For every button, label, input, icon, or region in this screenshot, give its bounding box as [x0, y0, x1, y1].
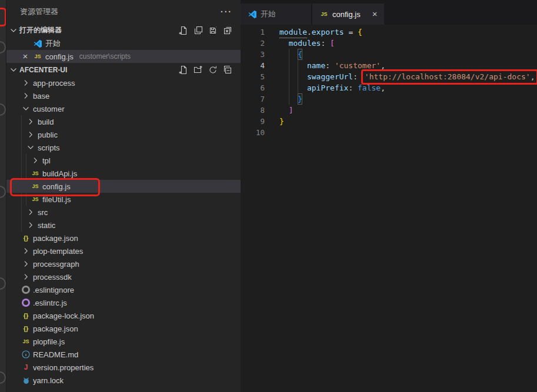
tree-file-fileUtil.js[interactable]: JSfileUtil.js — [6, 193, 241, 206]
tree-folder-processsdk[interactable]: processsdk — [6, 270, 241, 283]
chevron-right-icon[interactable] — [21, 91, 31, 100]
tree-file-yarn.lock[interactable]: yarn.lock — [6, 374, 241, 387]
tree-file-package.json[interactable]: {}package.json — [6, 232, 241, 244]
js-icon: JS — [21, 337, 31, 346]
chevron-right-icon[interactable] — [31, 156, 40, 165]
code-line-9: 9} — [241, 116, 537, 127]
tree-item-slot — [21, 78, 31, 88]
activity-icon-fragment — [0, 371, 6, 384]
open-editors-header[interactable]: 打开的编辑器 — [6, 24, 241, 37]
more-actions-icon[interactable]: ··· — [221, 7, 232, 16]
token: { — [358, 26, 362, 38]
split-editor-icon[interactable] — [194, 26, 203, 35]
tree-file-.eslintrc.js[interactable]: .eslintrc.js — [6, 296, 241, 309]
token: } — [279, 116, 284, 127]
tree-item-label: build — [36, 118, 54, 126]
code-line-content: } — [279, 116, 284, 127]
annotation-fragment — [0, 8, 6, 26]
chevron-right-icon[interactable] — [21, 78, 31, 88]
tree-item-slot — [21, 272, 31, 282]
tree-folder-public[interactable]: public — [6, 128, 241, 141]
close-tab-icon[interactable]: × — [372, 9, 378, 19]
tree-folder-scripts[interactable]: scripts — [6, 141, 241, 154]
vscode-logo-icon — [33, 39, 42, 48]
collapse-all-icon[interactable] — [223, 65, 232, 75]
tree-item-slot — [21, 91, 31, 100]
workspace-actions — [179, 65, 241, 75]
open-editors-list: 开始×JSconfig.jscustomer\scripts — [6, 37, 241, 63]
token: { — [298, 49, 302, 60]
chevron-down-icon[interactable] — [21, 104, 31, 113]
refresh-icon[interactable] — [208, 65, 218, 75]
activity-bar[interactable] — [0, 0, 6, 392]
new-folder-icon[interactable] — [194, 65, 203, 75]
close-all-icon[interactable] — [223, 26, 232, 35]
tab-config.js[interactable]: JSconfig.js× — [312, 4, 384, 25]
tree-file-package.json[interactable]: {}package.json — [6, 322, 241, 335]
code-line-5: 5swaggerUrl: 'http://localhost:28084/v2/… — [241, 71, 537, 82]
chevron-down-icon[interactable] — [26, 143, 35, 152]
tree-file-config.js[interactable]: JSconfig.js — [6, 180, 241, 193]
code-line-content: module.exports = { — [279, 26, 362, 38]
chevron-right-icon[interactable] — [26, 207, 35, 217]
open-editors-label: 打开的编辑器 — [19, 25, 62, 35]
save-all-icon[interactable] — [208, 26, 218, 35]
new-file-icon[interactable] — [179, 65, 188, 75]
tree-item-label: processgraph — [32, 260, 79, 269]
open-editor-item-config.js[interactable]: ×JSconfig.jscustomer\scripts — [6, 50, 241, 63]
code-editor[interactable]: 1module.exports = {2modules: [3{4name: '… — [241, 25, 537, 392]
tree-file-plopfile.js[interactable]: JSplopfile.js — [6, 335, 241, 348]
token: [ — [330, 38, 335, 49]
token: 'http://localhost:28084/v2/api-docs' — [365, 71, 531, 82]
chevron-right-icon[interactable] — [21, 272, 31, 282]
tree-item-slot — [21, 104, 31, 113]
editor-tab-bar: 开始JSconfig.js× — [241, 0, 537, 25]
tree-item-label: package.json — [32, 324, 78, 333]
indent-guide — [298, 60, 307, 71]
tree-item-label: .eslintignore — [32, 286, 74, 294]
tree-file-package-lock.json[interactable]: {}package-lock.json — [6, 309, 241, 322]
editor-group: 开始JSconfig.js× 1module.exports = {2modul… — [241, 0, 537, 392]
tree-folder-tpl[interactable]: tpl — [6, 154, 241, 167]
indent-guide — [279, 105, 289, 116]
tab-开始[interactable]: 开始 — [241, 4, 311, 25]
tree-folder-customer[interactable]: customer — [6, 102, 241, 115]
tree-folder-plop-templates[interactable]: plop-templates — [6, 244, 241, 257]
close-editor-icon[interactable]: × — [21, 52, 30, 61]
tree-folder-base[interactable]: base — [6, 89, 241, 102]
tree-file-README.md[interactable]: README.md — [6, 348, 241, 361]
chevron-down-icon[interactable] — [9, 65, 18, 75]
yarn-icon — [21, 376, 31, 385]
chevron-right-icon[interactable] — [21, 259, 31, 269]
token: : — [325, 60, 335, 71]
chevron-down-icon[interactable] — [9, 26, 18, 35]
chevron-right-icon[interactable] — [26, 130, 35, 139]
open-editor-item-开始[interactable]: 开始 — [6, 37, 241, 50]
tree-file-version.properties[interactable]: Jversion.properties — [6, 361, 241, 374]
tree-folder-build[interactable]: build — [6, 115, 241, 128]
activity-icon-fragment — [0, 277, 6, 290]
tree-file-buildApi.js[interactable]: JSbuildApi.js — [6, 167, 241, 180]
tree-item-label: static — [36, 221, 55, 230]
chevron-right-icon[interactable] — [26, 220, 35, 230]
tree-folder-app-process[interactable]: app-process — [6, 76, 241, 89]
chevron-right-icon[interactable] — [26, 117, 35, 126]
js-icon: JS — [31, 182, 40, 191]
new-file-icon[interactable] — [179, 26, 188, 35]
chevron-right-icon[interactable] — [21, 246, 31, 256]
code-line-content: apiPrefix: false, — [279, 82, 385, 93]
token: modules — [289, 38, 321, 49]
token: name — [307, 60, 325, 71]
tree-item-slot: {} — [21, 233, 31, 243]
tree-item-label: tpl — [41, 156, 51, 165]
line-number: 10 — [241, 127, 265, 138]
tree-folder-src[interactable]: src — [6, 206, 241, 219]
tree-item-slot — [21, 246, 31, 256]
workspace-header[interactable]: AFCENTER-UI — [6, 63, 241, 76]
token: apiPrefix — [307, 82, 348, 93]
token: false — [358, 82, 381, 93]
tree-file-.eslintignore[interactable]: .eslintignore — [6, 283, 241, 296]
tree-folder-static[interactable]: static — [6, 219, 241, 232]
tree-folder-processgraph[interactable]: processgraph — [6, 257, 241, 270]
activity-icon-fragment — [0, 186, 6, 198]
